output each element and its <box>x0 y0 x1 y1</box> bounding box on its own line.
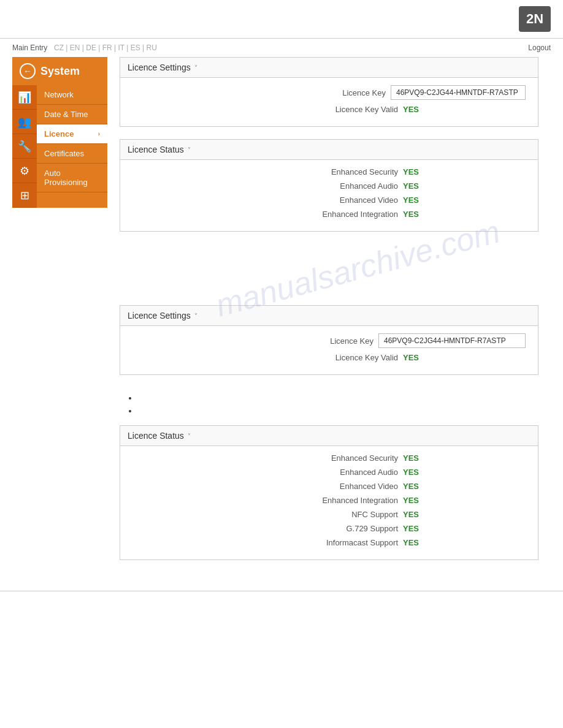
bottom-licence-status-content: Enhanced Security YES Enhanced Audio YES… <box>120 446 538 559</box>
bottom-enhanced-video-row: Enhanced Video YES <box>132 482 526 491</box>
grid-icon[interactable]: ⊞ <box>12 183 37 208</box>
main-layout: ← System 📊 👥 🔧 ⚙ ⊞ Network Date & Time L… <box>0 57 563 572</box>
sidebar-item-licence[interactable]: Licence › <box>37 124 107 144</box>
licence-key-label: Licence Key <box>300 88 386 97</box>
sidebar-item-certificates[interactable]: Certificates <box>37 144 107 164</box>
bottom-licence-status-box: Licence Status ˅ Enhanced Security YES E… <box>120 425 538 560</box>
bullet-item <box>138 393 520 403</box>
chevron-icon: ˅ <box>188 433 191 439</box>
chevron-icon: ˅ <box>194 64 197 71</box>
bottom-licence-key-input[interactable] <box>378 333 526 348</box>
bottom-licence-settings-content: Licence Key Licence Key Valid YES <box>120 326 538 374</box>
licence-key-valid-label: Licence Key Valid <box>312 105 398 114</box>
chevron-icon: ˅ <box>194 313 197 319</box>
bottom-licence-key-valid-value: YES <box>403 353 526 362</box>
bottom-enhanced-security-row: Enhanced Security YES <box>132 453 526 463</box>
bullet-item <box>138 406 520 415</box>
bottom-licence-settings-box: Licence Settings ˅ Licence Key Licence K… <box>120 305 538 375</box>
bottom-enhanced-integration-row: Enhanced Integration YES <box>132 496 526 505</box>
sidebar-title: System <box>40 65 80 78</box>
logo: 2N <box>519 6 551 32</box>
chart-icon[interactable]: 📊 <box>12 85 37 110</box>
sidebar-icons-col: 📊 👥 🔧 ⚙ ⊞ <box>12 85 37 208</box>
top-enhanced-integration-row: Enhanced Integration YES <box>132 210 526 219</box>
bottom-g729-support-row: G.729 Support YES <box>132 524 526 533</box>
chevron-icon: ˅ <box>188 146 191 153</box>
main-entry-link[interactable]: Main Entry <box>12 44 47 52</box>
sidebar-header: ← System <box>12 57 107 85</box>
licence-key-valid-value: YES <box>403 105 526 114</box>
bottom-bar <box>0 591 563 604</box>
bottom-licence-key-row: Licence Key <box>132 333 526 348</box>
top-licence-status-content: Enhanced Security YES Enhanced Audio YES… <box>120 160 538 231</box>
top-enhanced-security-row: Enhanced Security YES <box>132 167 526 176</box>
sidebar-item-auto-provisioning[interactable]: Auto Provisioning <box>37 164 107 192</box>
bottom-licence-settings-title[interactable]: Licence Settings ˅ <box>120 306 538 326</box>
sidebar-icons-and-nav: 📊 👥 🔧 ⚙ ⊞ Network Date & Time Licence › <box>12 85 107 208</box>
bottom-licence-key-label: Licence Key <box>288 336 373 346</box>
top-bar: 2N <box>0 0 563 39</box>
gear-icon[interactable]: ⚙ <box>12 159 37 183</box>
tools-icon[interactable]: 🔧 <box>12 134 37 159</box>
top-licence-settings-title[interactable]: Licence Settings ˅ <box>120 58 538 78</box>
licence-key-valid-row: Licence Key Valid YES <box>132 105 526 114</box>
bottom-licence-status-title[interactable]: Licence Status ˅ <box>120 426 538 446</box>
sidebar-nav: Network Date & Time Licence › Certificat… <box>37 85 107 208</box>
bottom-licence-key-valid-row: Licence Key Valid YES <box>132 353 526 362</box>
bottom-informacast-support-row: Informacast Support YES <box>132 538 526 547</box>
sidebar: ← System 📊 👥 🔧 ⚙ ⊞ Network Date & Time L… <box>12 57 107 572</box>
top-licence-settings-box: Licence Settings ˅ Licence Key Licence K… <box>120 57 538 127</box>
top-licence-status-box: Licence Status ˅ Enhanced Security YES E… <box>120 139 538 232</box>
bottom-enhanced-audio-row: Enhanced Audio YES <box>132 468 526 477</box>
licence-key-row: Licence Key <box>132 85 526 100</box>
watermark-area: manualsarchive.com <box>120 244 538 305</box>
top-enhanced-video-row: Enhanced Video YES <box>132 195 526 205</box>
sidebar-item-date-time[interactable]: Date & Time <box>37 105 107 124</box>
bottom-licence-key-valid-label: Licence Key Valid <box>312 353 398 362</box>
top-enhanced-audio-row: Enhanced Audio YES <box>132 181 526 191</box>
sidebar-item-network[interactable]: Network <box>37 85 107 105</box>
content-area: Licence Settings ˅ Licence Key Licence K… <box>107 57 551 572</box>
back-button[interactable]: ← <box>20 63 36 79</box>
top-licence-status-title[interactable]: Licence Status ˅ <box>120 140 538 160</box>
logout-link[interactable]: Logout <box>528 44 551 52</box>
top-licence-settings-content: Licence Key Licence Key Valid YES <box>120 78 538 126</box>
licence-key-input[interactable] <box>391 85 526 100</box>
nav-bar: Main Entry CZ | EN | DE | FR | IT | ES |… <box>0 39 563 57</box>
bullet-list <box>120 387 538 425</box>
bottom-nfc-support-row: NFC Support YES <box>132 510 526 519</box>
people-icon[interactable]: 👥 <box>12 110 37 134</box>
